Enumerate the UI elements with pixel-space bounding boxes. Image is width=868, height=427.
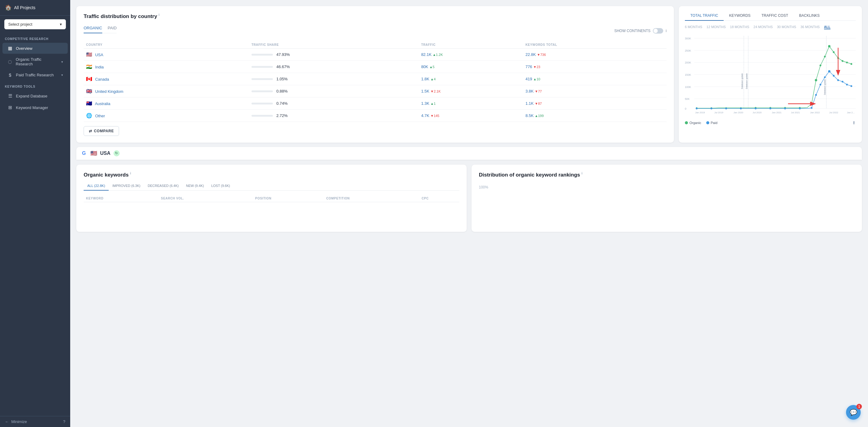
col-position: POSITION (253, 195, 324, 202)
col-competition: COMPETITION (324, 195, 420, 202)
sidebar-item-overview[interactable]: ▦ Overview (2, 43, 68, 54)
chat-badge: 1 (857, 404, 862, 409)
table-row: 🇺🇸 USA 47.93% 82.1K ▲1.2K 22.8K ▼736 (84, 48, 666, 60)
kw-change: ▼23 (533, 65, 540, 69)
country-name[interactable]: USA (95, 53, 103, 57)
svg-text:0: 0 (685, 107, 686, 110)
share-cell: 0.74% (249, 97, 419, 109)
traffic-share: 2.72% (277, 113, 288, 118)
time-6m[interactable]: 6 MONTHS (685, 25, 702, 29)
download-icon[interactable]: ⬆ (852, 120, 856, 125)
col-keyword: KEYWORD (84, 195, 158, 202)
svg-text:Jul 2020: Jul 2020 (753, 111, 762, 114)
country-name[interactable]: Canada (95, 77, 109, 82)
show-continents-toggle[interactable]: SHOW CONTINENTS i (614, 28, 666, 34)
kw-change: ▲10 (533, 77, 540, 81)
tab-organic[interactable]: ORGANIC (84, 24, 102, 33)
svg-point-45 (846, 62, 848, 63)
help-icon[interactable]: ? (63, 419, 65, 424)
sidebar-item-paid-traffic[interactable]: $ Paid Traffic Research ▾ (2, 69, 68, 80)
traffic-change: ▲1 (430, 102, 436, 105)
kw-change: ▲199 (535, 114, 544, 118)
keywords-value: 776 (526, 64, 532, 69)
keywords-cell: 8.5K ▲199 (523, 109, 666, 121)
traffic-cell: 1.3K ▲1 (419, 97, 523, 109)
svg-text:Database update: Database update (741, 73, 743, 89)
svg-text:Database update: Database update (824, 79, 826, 95)
country-name[interactable]: United Kingdom (95, 89, 124, 94)
country-name[interactable]: India (95, 65, 104, 69)
link-icon[interactable]: ↻ (114, 150, 120, 156)
country-cell: 🇮🇳 India (84, 60, 249, 73)
svg-point-51 (755, 108, 756, 109)
sidebar-item-kw-manager[interactable]: ⊞ Keyword Manager (2, 102, 68, 113)
svg-text:50K: 50K (685, 97, 690, 101)
svg-point-54 (799, 108, 801, 109)
traffic-change: ▲5 (429, 65, 435, 69)
project-select[interactable]: Select project ▾ (4, 19, 66, 29)
time-30m[interactable]: 30 MONTHS (777, 25, 796, 29)
kw-tab-improved[interactable]: IMPROVED (6.3K) (108, 182, 144, 191)
home-icon: 🏠 (5, 4, 11, 11)
traffic-chart: 300K 250K 200K 150K 100K 50K 0 (685, 33, 856, 118)
time-all[interactable]: ALL (824, 25, 831, 29)
bottom-section: Organic keywords i ALL (22.8K) IMPROVED … (70, 160, 868, 237)
tab-total-traffic[interactable]: TOTAL TRAFFIC (685, 11, 724, 21)
keyword-tools-section-label: KEYWORD TOOLS (0, 81, 70, 90)
svg-point-48 (711, 108, 712, 109)
sidebar-item-organic-traffic[interactable]: ◌ Organic Traffic Research ▾ (2, 54, 68, 69)
compare-label: COMPARE (94, 129, 114, 133)
kw-tab-decreased[interactable]: DECREASED (6.4K) (144, 182, 182, 191)
traffic-bar-container (251, 66, 273, 68)
country-name[interactable]: Other (95, 114, 105, 118)
all-projects-label[interactable]: All Projects (14, 5, 35, 10)
time-36m[interactable]: 36 MONTHS (801, 25, 820, 29)
top-section: Traffic distribution by country i ORGANI… (70, 0, 868, 143)
kw-tab-new[interactable]: NEW (9.4K) (182, 182, 208, 191)
time-tabs: 6 MONTHS 12 MONTHS 18 MONTHS 24 MONTHS 3… (685, 25, 856, 29)
svg-text:100K: 100K (685, 86, 691, 89)
svg-point-39 (819, 64, 821, 66)
minimize-label: Minimize (11, 419, 27, 424)
usa-section: G 🇺🇸 USA ↻ (70, 143, 868, 160)
time-18m[interactable]: 18 MONTHS (730, 25, 749, 29)
svg-text:Jan 2019: Jan 2019 (695, 111, 705, 114)
country-cell: 🇨🇦 Canada (84, 73, 249, 85)
traffic-value: 80K (421, 64, 428, 69)
kw-manager-icon: ⊞ (7, 105, 13, 110)
distribution-card: Distribution of organic keyword rankings… (471, 165, 862, 232)
kw-tab-all[interactable]: ALL (22.8K) (84, 182, 108, 191)
tab-paid[interactable]: PAID (108, 24, 117, 33)
sidebar-item-expand-db[interactable]: ☰ Expand Database (2, 90, 68, 102)
svg-text:Database update: Database update (746, 73, 748, 89)
time-12m[interactable]: 12 MONTHS (707, 25, 726, 29)
svg-text:Jan 2020: Jan 2020 (734, 111, 743, 114)
project-select-text: Select project (8, 22, 32, 27)
svg-text:Jul 2022: Jul 2022 (829, 111, 838, 114)
legend-organic: Organic (689, 121, 701, 124)
show-continents-label: SHOW CONTINENTS (614, 29, 651, 33)
country-flag: 🇦🇺 (86, 101, 92, 106)
tab-backlinks[interactable]: BACKLINKS (794, 11, 825, 21)
svg-point-53 (784, 108, 786, 109)
kw-tab-lost[interactable]: LOST (9.6K) (208, 182, 234, 191)
keywords-value: 1.1K (526, 101, 534, 106)
svg-point-41 (828, 45, 831, 48)
overview-icon: ▦ (7, 46, 13, 51)
traffic-cell: 80K ▲5 (419, 60, 523, 73)
tab-traffic-cost[interactable]: TRAFFIC COST (756, 11, 794, 21)
traffic-cell: 1.8K ▲4 (419, 73, 523, 85)
toggle-switch[interactable] (653, 28, 663, 34)
time-24m[interactable]: 24 MONTHS (753, 25, 773, 29)
col-traffic-share: TRAFFIC SHARE (249, 41, 419, 49)
tab-keywords[interactable]: KEYWORDS (724, 11, 756, 21)
share-cell: 47.93% (249, 48, 419, 60)
keywords-cell: 419 ▲10 (523, 73, 666, 85)
country-name[interactable]: Australia (95, 102, 111, 106)
show-continents-info: i (665, 29, 666, 33)
chat-button[interactable]: 💬 1 (846, 405, 861, 420)
minimize-button[interactable]: ← Minimize (5, 419, 27, 424)
table-row: 🇬🇧 United Kingdom 0.88% 1.5K ▼2.1K 3.8K … (84, 85, 666, 97)
sidebar-item-label-paid: Paid Traffic Research (16, 73, 54, 77)
compare-button[interactable]: ⇄ COMPARE (84, 126, 119, 136)
